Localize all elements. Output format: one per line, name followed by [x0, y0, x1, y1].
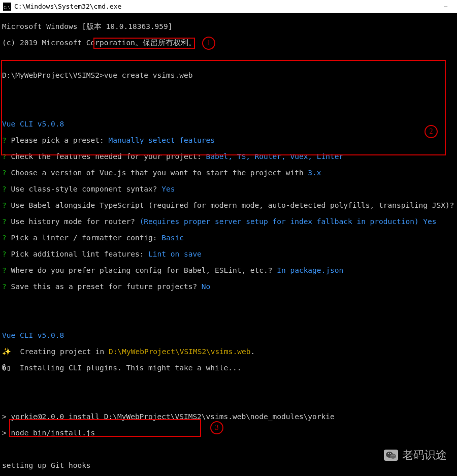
cli-linter: ? Pick a linter / formatter config: Basi…	[2, 234, 455, 242]
svg-point-2	[388, 453, 389, 454]
svg-point-5	[394, 455, 395, 456]
svg-point-3	[390, 453, 391, 454]
wechat-icon	[384, 450, 398, 461]
cli-babel-ts: ? Use Babel alongside TypeScript (requir…	[2, 201, 455, 209]
annotation-circle-3: 3	[210, 421, 223, 434]
svg-point-1	[390, 454, 396, 459]
cli-features: ? Check the features needed for your pro…	[2, 152, 455, 161]
installing-cli: �▯ Installing CLI plugins. This might ta…	[2, 364, 455, 372]
creating-project: ✨ Creating project in D:\MyWebProject\VS…	[2, 347, 455, 356]
cli-config-placement: ? Where do you prefer placing config for…	[2, 266, 455, 274]
git-hooks-setup: setting up Git hooks	[2, 461, 455, 469]
command-prompt: D:\MyWebProject\VSIMS2>vue create vsims.…	[2, 71, 455, 79]
cli-preset: ? Please pick a preset: Manually select …	[2, 136, 455, 144]
window-title: C:\Windows\System32\cmd.exe	[14, 3, 121, 11]
svg-point-4	[391, 455, 393, 456]
cli-class-style: ? Use class-style component syntax? Yes	[2, 185, 455, 193]
terminal-output[interactable]: Microsoft Windows [版本 10.0.18363.959] (c…	[0, 13, 457, 476]
window-controls: —	[434, 0, 457, 13]
window-titlebar: C:\Windows\System32\cmd.exe —	[0, 0, 457, 13]
cli-title-2: Vue CLI v5.0.8	[2, 331, 455, 339]
cli-history-mode: ? Use history mode for router? (Requires…	[2, 217, 455, 226]
cmd-icon	[3, 3, 11, 11]
minimize-button[interactable]: —	[434, 0, 457, 13]
yorkie-install: > yorkie@2.0.0 install D:\MyWebProject\V…	[2, 412, 455, 421]
cli-lint-features: ? Pick additional lint features: Lint on…	[2, 250, 455, 258]
command-input: vue create vsims.web	[104, 71, 193, 79]
cli-title: Vue CLI v5.0.8	[2, 120, 455, 128]
annotation-circle-1: 1	[202, 37, 215, 50]
cli-save-preset: ? Save this as a preset for future proje…	[2, 282, 455, 291]
annotation-circle-2: 2	[425, 125, 438, 138]
watermark-text: 老码识途	[402, 451, 447, 459]
yorkie-node: > node bin/install.js	[2, 429, 455, 437]
cli-vue-version: ? Choose a version of Vue.js that you wa…	[2, 169, 455, 177]
watermark: 老码识途	[384, 450, 447, 461]
os-version: Microsoft Windows [版本 10.0.18363.959]	[2, 22, 455, 30]
copyright: (c) 2019 Microsoft Corporation。保留所有权利。	[2, 39, 455, 47]
